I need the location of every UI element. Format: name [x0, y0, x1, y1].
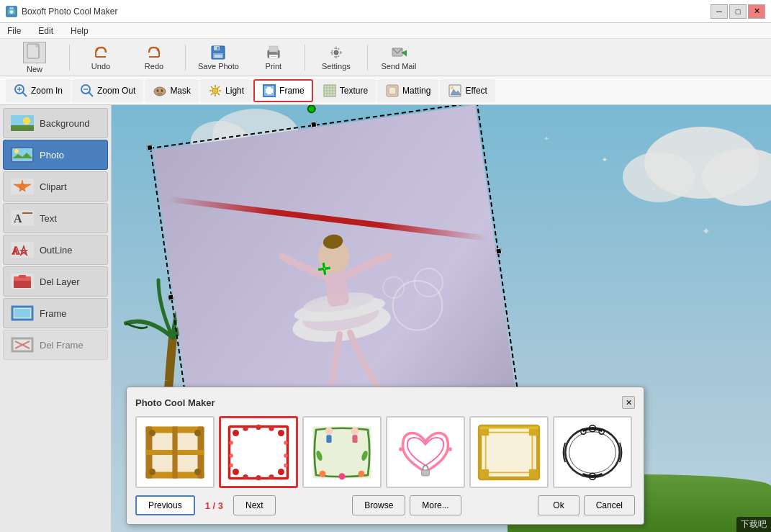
light-label: Light [225, 86, 244, 96]
sidebar: Background Photo Clipart [0, 105, 112, 532]
svg-point-149 [448, 447, 452, 451]
sidebar-dellayer-label: Del Layer [40, 276, 80, 287]
undo-label: Undo [91, 62, 110, 71]
dialog-close-button[interactable]: ✕ [622, 396, 635, 409]
matting-button[interactable]: Matting [377, 79, 438, 102]
maximize-button[interactable]: □ [729, 4, 747, 19]
sidebar-item-frame[interactable]: Frame [3, 298, 108, 328]
svg-line-44 [211, 93, 213, 95]
svg-point-133 [284, 441, 287, 444]
frame-sidebar-icon [11, 305, 34, 322]
cancel-button[interactable]: Cancel [584, 495, 635, 515]
settings-label: Settings [322, 62, 351, 71]
svg-point-22 [334, 50, 338, 55]
dialog-overlay: Photo Cool Maker ✕ [112, 105, 771, 532]
svg-line-32 [89, 92, 94, 96]
svg-point-130 [230, 441, 233, 444]
mask-icon [153, 84, 167, 98]
frame-dialog: Photo Cool Maker ✕ [126, 387, 644, 525]
frame-item-6[interactable] [553, 416, 632, 488]
save-icon [210, 45, 226, 60]
svg-point-126 [269, 425, 274, 430]
new-button[interactable]: New [6, 42, 63, 73]
svg-rect-157 [529, 469, 538, 478]
title-bar-left: Boxoft Photo Cool Maker [6, 6, 117, 17]
title-bar: Boxoft Photo Cool Maker ─ □ ✕ [0, 0, 771, 23]
redo-icon [146, 45, 162, 60]
new-icon [23, 42, 46, 63]
close-button[interactable]: ✕ [748, 4, 765, 19]
svg-point-112 [149, 430, 155, 436]
sidebar-item-background[interactable]: Background [3, 108, 108, 138]
svg-point-34 [157, 89, 159, 92]
svg-point-121 [278, 430, 284, 436]
menu-bar: File Edit Help [0, 23, 771, 39]
svg-point-115 [194, 469, 201, 475]
sidebar-item-text[interactable]: A Text [3, 203, 108, 233]
svg-point-64 [23, 117, 30, 125]
svg-point-113 [194, 430, 201, 436]
svg-point-21 [276, 51, 278, 53]
matting-icon [385, 84, 400, 98]
delframe-icon [11, 336, 34, 353]
svg-text:A: A [14, 212, 22, 225]
frame-button[interactable]: Frame [253, 79, 313, 102]
next-button[interactable]: Next [233, 495, 276, 515]
browse-button[interactable]: Browse [352, 495, 405, 515]
ok-button[interactable]: Ok [538, 495, 579, 515]
frame-item-4[interactable] [386, 416, 465, 488]
menu-help[interactable]: Help [66, 24, 93, 37]
frame-item-1[interactable] [135, 416, 215, 488]
effect-button[interactable]: Effect [440, 79, 495, 102]
undo-button[interactable]: Undo [76, 42, 126, 73]
clipart-icon [11, 178, 34, 195]
previous-button[interactable]: Previous [135, 495, 195, 515]
zoom-out-button[interactable]: Zoom Out [72, 79, 143, 102]
more-button[interactable]: More... [410, 495, 461, 515]
sidebar-photo-label: Photo [40, 150, 64, 161]
svg-point-127 [243, 474, 248, 479]
settings-button[interactable]: Settings [311, 42, 361, 73]
sidebar-item-delframe[interactable]: Del Frame [3, 330, 108, 360]
sidebar-item-clipart[interactable]: Clipart [3, 171, 108, 202]
redo-button[interactable]: Redo [129, 42, 179, 73]
effect-icon [448, 84, 462, 98]
print-label: Print [266, 62, 282, 71]
svg-point-114 [149, 469, 155, 475]
svg-rect-63 [11, 125, 34, 131]
frame-item-5[interactable] [469, 416, 549, 488]
send-mail-button[interactable]: Send Mail [374, 42, 424, 73]
zoom-in-label: Zoom In [31, 86, 63, 96]
light-button[interactable]: Light [200, 79, 252, 102]
svg-rect-150 [422, 469, 430, 475]
save-photo-button[interactable]: Save Photo [191, 42, 245, 73]
frame-icon [262, 84, 276, 98]
menu-file[interactable]: File [3, 24, 25, 37]
light-icon [208, 84, 222, 98]
sidebar-item-photo[interactable]: Photo [3, 140, 108, 170]
texture-button[interactable]: Texture [315, 79, 376, 102]
minimize-button[interactable]: ─ [711, 4, 728, 19]
frame-item-3[interactable] [302, 416, 382, 488]
zoom-in-button[interactable]: Zoom In [6, 79, 71, 102]
svg-point-128 [256, 475, 261, 480]
svg-line-41 [211, 86, 213, 89]
svg-point-142 [339, 473, 346, 479]
frames-container [135, 416, 635, 488]
print-icon [266, 45, 281, 60]
main-toolbar: New Undo Redo [0, 39, 771, 76]
svg-rect-20 [271, 56, 276, 57]
print-button[interactable]: Print [248, 42, 299, 73]
mask-button[interactable]: Mask [145, 79, 199, 102]
save-label: Save Photo [198, 62, 239, 71]
sidebar-item-dellayer[interactable]: Del Layer [3, 266, 108, 297]
menu-edit[interactable]: Edit [34, 24, 58, 37]
svg-rect-16 [217, 47, 219, 50]
svg-point-1 [10, 10, 14, 14]
frame-item-2[interactable] [219, 416, 298, 488]
sidebar-item-outline[interactable]: A OutLine [3, 235, 108, 265]
svg-rect-50 [271, 93, 274, 96]
mask-label: Mask [170, 86, 191, 96]
svg-rect-158 [480, 426, 538, 429]
svg-rect-82 [14, 309, 30, 317]
